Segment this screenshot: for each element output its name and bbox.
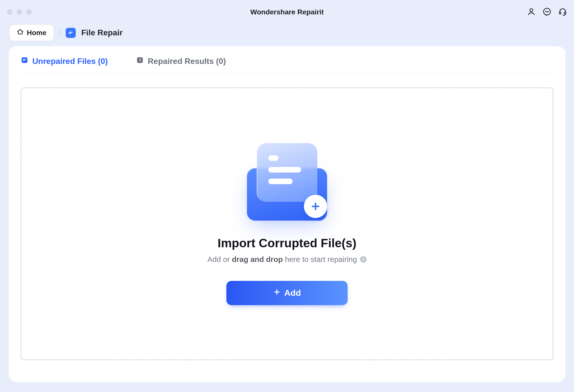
account-icon[interactable] bbox=[527, 7, 536, 17]
import-heading: Import Corrupted File(s) bbox=[218, 236, 356, 250]
info-icon[interactable]: i bbox=[360, 256, 367, 263]
import-illustration bbox=[245, 143, 329, 221]
svg-rect-9 bbox=[22, 57, 28, 63]
plus-icon bbox=[273, 288, 281, 298]
svg-rect-8 bbox=[69, 33, 71, 34]
main-card: Unrepaired Files (0) Repaired Results (0… bbox=[9, 46, 565, 382]
svg-rect-10 bbox=[23, 59, 26, 60]
home-button-label: Home bbox=[27, 29, 46, 37]
file-repair-icon bbox=[66, 28, 76, 38]
add-button-label: Add bbox=[284, 288, 301, 298]
window-controls bbox=[7, 9, 32, 15]
maximize-window-icon[interactable] bbox=[26, 9, 32, 15]
home-icon bbox=[17, 28, 24, 37]
tab-unrepaired-files[interactable]: Unrepaired Files (0) bbox=[21, 56, 108, 66]
import-subtext: Add or drag and drop here to start repai… bbox=[207, 255, 367, 264]
svg-rect-5 bbox=[559, 12, 561, 14]
chat-icon[interactable] bbox=[543, 7, 551, 17]
dropzone[interactable]: Import Corrupted File(s) Add or drag and… bbox=[21, 87, 553, 360]
svg-point-3 bbox=[547, 11, 547, 12]
close-window-icon[interactable] bbox=[7, 9, 13, 15]
minimize-window-icon[interactable] bbox=[17, 9, 22, 15]
document-icon bbox=[21, 56, 28, 66]
svg-point-2 bbox=[545, 11, 546, 12]
tab-unrepaired-label: Unrepaired Files (0) bbox=[32, 57, 108, 66]
tab-repaired-results[interactable]: Repaired Results (0) bbox=[136, 56, 226, 66]
headset-icon[interactable] bbox=[558, 7, 567, 17]
svg-rect-11 bbox=[23, 60, 25, 61]
titlebar: Wondershare Repairit bbox=[0, 0, 574, 24]
plus-badge-icon bbox=[304, 195, 327, 218]
add-button[interactable]: Add bbox=[226, 281, 348, 305]
page-title: File Repair bbox=[81, 28, 123, 37]
home-button[interactable]: Home bbox=[9, 24, 54, 41]
breadcrumb: Home File Repair bbox=[0, 24, 574, 46]
divider bbox=[60, 29, 60, 37]
svg-point-4 bbox=[548, 11, 548, 12]
tab-repaired-label: Repaired Results (0) bbox=[148, 57, 226, 66]
app-title: Wondershare Repairit bbox=[0, 8, 574, 16]
svg-point-0 bbox=[530, 9, 533, 12]
svg-rect-7 bbox=[69, 32, 73, 33]
tabs: Unrepaired Files (0) Repaired Results (0… bbox=[21, 56, 553, 73]
clock-icon bbox=[136, 56, 144, 66]
